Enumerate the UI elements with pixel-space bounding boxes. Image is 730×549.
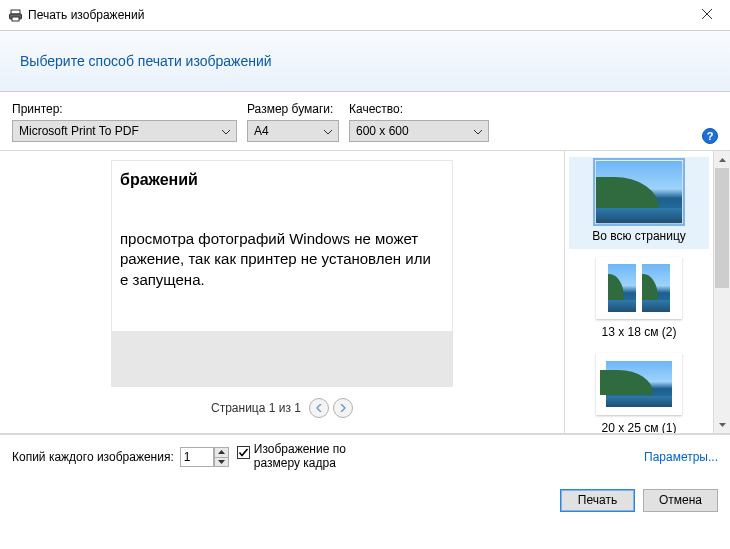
quality-value: 600 x 600 [356,124,409,138]
options-link[interactable]: Параметры... [644,450,718,464]
scroll-down-button[interactable] [714,416,730,433]
bottom-row: Копий каждого изображения: Изображение п… [0,434,730,479]
chevron-down-icon [222,124,230,138]
paper-size-value: A4 [254,124,269,138]
layout-full-page[interactable]: Во всю страницу [569,157,709,249]
copies-down-button[interactable] [214,457,229,467]
printer-icon [8,8,22,22]
printer-value: Microsoft Print To PDF [19,124,139,138]
paper-size-label: Размер бумаги: [247,102,339,116]
fit-frame-checkbox-wrap[interactable]: Изображение по размеру кадра [237,443,384,471]
prev-page-button[interactable] [309,398,329,418]
next-page-button[interactable] [333,398,353,418]
chevron-down-icon [474,124,482,138]
quality-dropdown[interactable]: 600 x 600 [349,120,489,142]
printer-label: Принтер: [12,102,237,116]
preview-greyband [112,331,452,386]
paper-size-dropdown[interactable]: A4 [247,120,339,142]
help-icon[interactable]: ? [702,128,718,144]
printer-dropdown[interactable]: Microsoft Print To PDF [12,120,237,142]
layout-thumb-icon [596,353,682,415]
preview-body-fragment: просмотра фотографий Windows не может ра… [112,189,452,290]
preview-heading-fragment: бражений [112,161,452,189]
layout-13x18[interactable]: 13 x 18 см (2) [569,253,709,345]
fit-frame-checkbox[interactable] [237,446,250,459]
fit-frame-label: Изображение по размеру кадра [254,443,384,471]
layout-caption: 20 x 25 см (1) [602,421,677,433]
titlebar: Печать изображений [0,0,730,30]
close-button[interactable] [684,0,730,28]
copies-spin-buttons [214,447,229,467]
pager-label: Страница 1 из 1 [211,401,301,415]
printer-control: Принтер: Microsoft Print To PDF [12,102,237,142]
instruction-banner: Выберите способ печати изображений [0,30,730,92]
copies-stepper [180,447,229,467]
svg-rect-0 [11,10,20,14]
layout-thumb-icon [596,257,682,319]
cancel-button[interactable]: Отмена [643,489,718,512]
layout-caption: Во всю страницу [592,229,686,243]
window-title: Печать изображений [28,8,684,22]
footer: Печать Отмена [0,479,730,522]
layout-list[interactable]: Во всю страницу 13 x 18 см (2) 20 x 25 с… [565,151,713,433]
pager-nav [309,398,353,418]
print-button[interactable]: Печать [560,489,635,512]
instruction-heading: Выберите способ печати изображений [20,53,710,69]
quality-label: Качество: [349,102,489,116]
layout-panel: Во всю страницу 13 x 18 см (2) 20 x 25 с… [564,151,730,433]
copies-up-button[interactable] [214,447,229,457]
scroll-up-button[interactable] [714,151,730,168]
main-area: бражений просмотра фотографий Windows не… [0,151,730,433]
print-settings-row: Принтер: Microsoft Print To PDF Размер б… [0,92,730,150]
copies-label: Копий каждого изображения: [12,450,174,464]
quality-control: Качество: 600 x 600 [349,102,489,142]
scroll-thumb[interactable] [715,168,729,288]
scroll-track[interactable] [714,168,730,416]
layout-thumb-icon [596,161,682,223]
svg-rect-2 [12,17,19,21]
layout-caption: 13 x 18 см (2) [602,325,677,339]
chevron-down-icon [324,124,332,138]
copies-input[interactable] [180,447,214,467]
preview-area: бражений просмотра фотографий Windows не… [0,151,564,433]
layout-scrollbar[interactable] [713,151,730,433]
pager: Страница 1 из 1 [211,398,353,418]
page-preview: бражений просмотра фотографий Windows не… [112,161,452,386]
layout-20x25[interactable]: 20 x 25 см (1) [569,349,709,433]
paper-size-control: Размер бумаги: A4 [247,102,339,142]
